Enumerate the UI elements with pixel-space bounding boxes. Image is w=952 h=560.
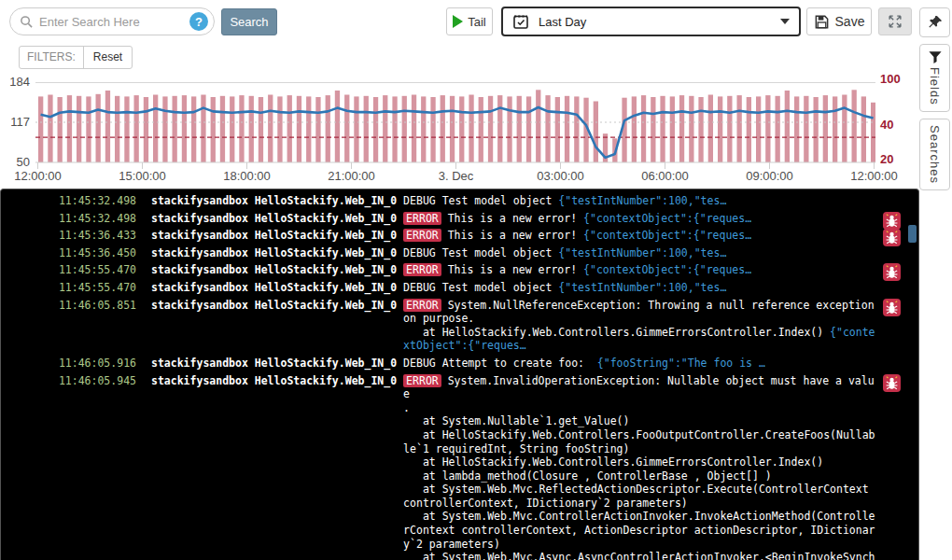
tail-button[interactable]: Tail [446,7,493,35]
log-text-segment: This is a new error! [448,229,583,242]
log-row[interactable]: 11:45:36.450stackifysandbox HelloStackif… [1,246,918,260]
tab-fields-label: Fields [928,67,942,105]
log-timestamp: 11:45:32.498 [1,212,136,226]
right-rail: Fields Searches [919,7,951,190]
log-row[interactable]: 11:45:55.470stackifysandbox HelloStackif… [1,263,918,277]
log-message: ERROR This is a new error! {"contextObje… [403,229,877,243]
log-row[interactable]: 11:46:05.945stackifysandbox HelloStackif… [1,374,918,560]
log-app-source: stackifysandbox HelloStackify.Web_IN_0 [151,299,397,313]
chart-bar [86,96,91,162]
chart-bar [823,95,828,162]
log-json-segment: {"contextObject":{"reques… [583,263,751,276]
chart-bar [191,96,196,162]
search-button[interactable]: Search [221,8,277,35]
chart-bar [335,91,340,162]
chart-bar [315,97,320,162]
bug-error-icon[interactable] [883,299,901,316]
log-timestamp: 11:46:05.945 [1,374,136,388]
log-row[interactable]: 11:46:05.851stackifysandbox HelloStackif… [1,299,918,353]
time-range-select[interactable]: Last Day [501,7,801,36]
log-timestamp: 11:46:05.851 [1,299,136,313]
chart-bar [182,95,187,162]
chart-bar [162,96,167,162]
tab-searches[interactable]: Searches [919,119,950,190]
save-icon [814,14,830,30]
bug-error-icon[interactable] [883,212,901,230]
filters-reset-button[interactable]: Reset [84,47,132,68]
search-box[interactable]: ? [9,7,215,35]
chart-bar [555,97,560,162]
log-timestamp: 11:45:36.433 [1,229,136,243]
chart-bar [565,96,569,162]
bug-error-icon[interactable] [883,229,901,246]
chart-bar [326,95,330,162]
chart-bar [306,96,311,162]
chart-bar [651,97,655,162]
tail-button-label: Tail [468,15,486,29]
chart-bar [459,96,464,162]
log-row[interactable]: 11:45:32.498stackifysandbox HelloStackif… [1,212,918,226]
chart-bar [383,95,387,162]
fullscreen-button[interactable] [878,7,912,35]
tab-searches-label: Searches [928,125,942,184]
x-axis-tick: 12:00:00 [1,169,76,183]
log-row[interactable]: 11:45:55.470stackifysandbox HelloStackif… [1,281,918,295]
bug-error-icon[interactable] [883,263,901,281]
search-icon [20,15,34,29]
chart-bar [497,95,502,162]
right-axis-tick: 100 [880,72,912,86]
log-level-error: ERROR [403,263,441,276]
chart-bar [115,96,119,162]
log-row[interactable]: 11:46:05.916stackifysandbox HelloStackif… [1,357,918,371]
chart-bar [259,97,263,162]
x-axis-tick: 09:00:00 [733,169,807,183]
log-text-segment: Test model object [442,246,559,259]
log-volume-chart: 18411750100402012:00:0015:00:0018:00:002… [0,70,919,187]
chart-bar [479,97,483,162]
chart-bar [402,96,407,162]
chart-bar [536,90,540,162]
toolbar: ? Search Tail Last Day Save [0,0,919,43]
chart-bar [842,95,847,163]
x-axis-tick: 18:00:00 [210,169,285,183]
chart-bar [354,96,358,162]
save-button-label: Save [835,14,865,29]
chart-bar [450,96,455,162]
chart-bar [392,96,397,162]
log-message: DEBUG Test model object {"testIntNumber"… [403,281,877,295]
chart-bar [220,96,225,162]
log-level-error: ERROR [403,374,441,387]
log-app-source: stackifysandbox HelloStackify.Web_IN_0 [151,246,397,260]
log-text-segment: This is a new error! [448,212,583,225]
search-input[interactable] [39,15,189,29]
x-axis-tick: 21:00:00 [315,169,389,183]
chart-bar [38,96,43,162]
chart-bar [660,96,665,162]
log-row[interactable]: 11:45:36.433stackifysandbox HelloStackif… [1,229,918,243]
log-message: DEBUG Test model object {"testIntNumber"… [403,194,877,208]
fullscreen-icon [887,13,903,30]
log-message: ERROR System.InvalidOperationException: … [403,374,877,560]
x-axis-tick: 3. Dec [419,169,494,183]
bug-error-icon[interactable] [883,374,901,392]
chart-bar [48,95,52,163]
chart-bar [105,91,110,162]
log-app-source: stackifysandbox HelloStackify.Web_IN_0 [151,374,397,388]
left-axis-tick: 50 [0,155,30,169]
chart-bar [277,96,282,162]
pin-button[interactable] [919,7,950,37]
save-button[interactable]: Save [806,7,872,35]
log-app-source: stackifysandbox HelloStackify.Web_IN_0 [151,281,397,295]
search-help-icon[interactable]: ? [189,12,208,31]
x-axis-tick: 12:00:00 [837,169,912,183]
chart-bar [689,96,693,162]
chart-bar [776,96,780,162]
tab-fields[interactable]: Fields [919,44,950,112]
log-text-segment: Attempt to create foo: [442,357,597,370]
log-message: ERROR System.NullReferenceException: Thr… [403,299,877,353]
log-row[interactable]: 11:45:32.498stackifysandbox HelloStackif… [1,194,918,208]
log-level-debug: DEBUG [403,357,436,370]
chart-bar [211,97,216,162]
chart-bar [297,96,301,162]
chart-bar [526,96,531,162]
